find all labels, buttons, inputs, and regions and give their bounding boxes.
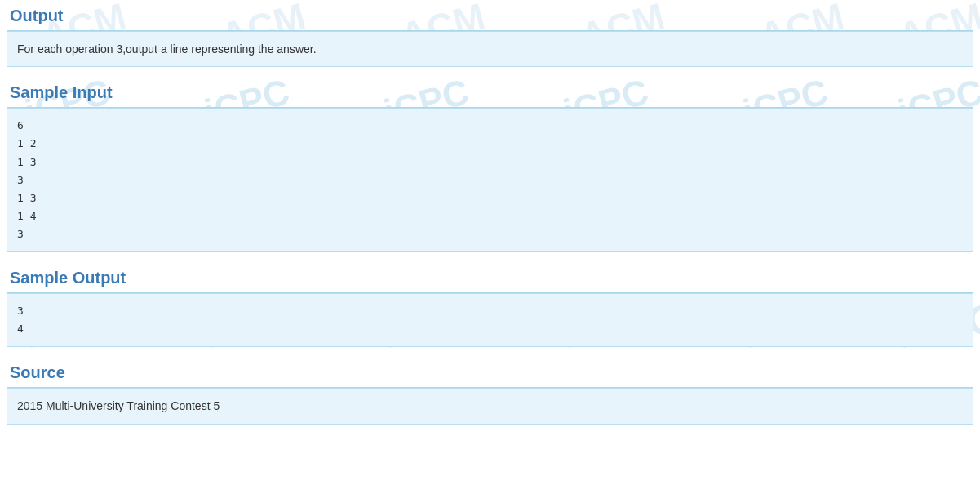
source-heading: Source	[7, 357, 973, 387]
sample-input-content: 6 1 2 1 3 3 1 3 1 4 3	[7, 108, 973, 252]
output-description: For each operation 3,output a line repre…	[7, 31, 973, 67]
output-heading: Output	[7, 0, 973, 30]
sample-output-content: 3 4	[7, 293, 973, 347]
sample-output-heading: Sample Output	[7, 262, 973, 292]
sample-input-heading: Sample Input	[7, 77, 973, 107]
sample-input-section: Sample Input 6 1 2 1 3 3 1 3 1 4 3	[7, 77, 973, 252]
output-section: Output For each operation 3,output a lin…	[7, 0, 973, 67]
source-section: Source 2015 Multi-University Training Co…	[7, 357, 973, 424]
source-content: 2015 Multi-University Training Contest 5	[7, 388, 973, 424]
sample-output-section: Sample Output 3 4	[7, 262, 973, 347]
page-container: Output For each operation 3,output a lin…	[0, 0, 980, 425]
